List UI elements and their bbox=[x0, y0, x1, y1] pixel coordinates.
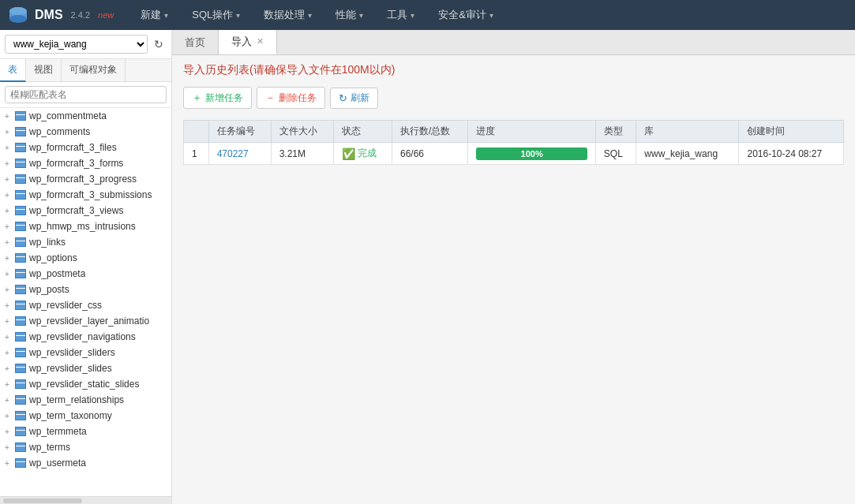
tree-expand-icon: + bbox=[5, 128, 14, 136]
nav-security-label: 安全&审计 bbox=[438, 8, 486, 22]
tab-import[interactable]: 导入 ✕ bbox=[219, 30, 277, 54]
tree-expand-icon: + bbox=[5, 159, 14, 168]
table-icon bbox=[14, 409, 27, 422]
refresh-label: 刷新 bbox=[351, 91, 369, 105]
nav-sql-label: SQL操作 bbox=[192, 8, 233, 22]
table-name: wp_formcraft_3_submissions bbox=[29, 189, 152, 200]
tree-item[interactable]: + wp_links bbox=[0, 234, 171, 250]
tree-item[interactable]: + wp_termmeta bbox=[0, 424, 171, 439]
tree-expand-icon: + bbox=[5, 301, 14, 310]
tree-item[interactable]: + wp_formcraft_3_views bbox=[0, 203, 171, 218]
cell-status: ✅ 完成 bbox=[333, 143, 392, 165]
tree-item[interactable]: + wp_formcraft_3_forms bbox=[0, 155, 171, 171]
table-name: wp_revslider_slides bbox=[29, 363, 112, 374]
table-icon bbox=[14, 141, 27, 154]
tree-expand-icon: + bbox=[5, 254, 14, 263]
cell-index: 1 bbox=[184, 143, 209, 165]
panel-title: 导入历史列表(请确保导入文件在100M以内) bbox=[183, 63, 844, 77]
tree-item[interactable]: + wp_hmwp_ms_intrusions bbox=[0, 218, 171, 234]
table-icon bbox=[14, 157, 27, 170]
tree-item[interactable]: + wp_revslider_css bbox=[0, 297, 171, 313]
nav-item-performance[interactable]: 性能 ▾ bbox=[324, 3, 374, 27]
nav-menu: 新建 ▾ SQL操作 ▾ 数据处理 ▾ 性能 ▾ 工具 ▾ 安全&审计 ▾ bbox=[129, 3, 847, 27]
table-icon bbox=[14, 330, 27, 343]
table-icon bbox=[14, 220, 27, 233]
table-icon bbox=[14, 299, 27, 312]
app-new-badge: new bbox=[98, 10, 114, 20]
tree-item[interactable]: + wp_revslider_static_slides bbox=[0, 376, 171, 392]
table-icon bbox=[14, 346, 27, 359]
table-body: 1 470227 3.21M ✅ 完成 66/66 100% SQL www_k… bbox=[184, 143, 844, 165]
tree-item[interactable]: + wp_term_taxonomy bbox=[0, 408, 171, 424]
sidebar-tab-views[interactable]: 视图 bbox=[26, 59, 62, 81]
delete-task-button[interactable]: － 删除任务 bbox=[257, 87, 325, 109]
tree-item[interactable]: + wp_term_relationships bbox=[0, 392, 171, 408]
tree-item[interactable]: + wp_usermeta bbox=[0, 455, 171, 471]
table-name: wp_termmeta bbox=[29, 426, 87, 437]
tree-expand-icon: + bbox=[5, 380, 14, 389]
add-task-button[interactable]: ＋ 新增任务 bbox=[183, 87, 252, 109]
tree-item[interactable]: + wp_terms bbox=[0, 439, 171, 455]
tree-item[interactable]: + wp_revslider_slides bbox=[0, 360, 171, 376]
tree-item[interactable]: + wp_formcraft_3_submissions bbox=[0, 187, 171, 203]
nav-item-security[interactable]: 安全&审计 ▾ bbox=[427, 3, 504, 27]
delete-task-label: 删除任务 bbox=[279, 91, 317, 105]
progress-bar-fill: 100% bbox=[476, 147, 587, 160]
tab-home[interactable]: 首页 bbox=[172, 30, 219, 54]
import-history-table: 任务编号 文件大小 状态 执行数/总数 进度 类型 库 创建时间 1 47022… bbox=[183, 120, 844, 165]
task-id-link[interactable]: 470227 bbox=[217, 148, 249, 159]
tree-expand-icon: + bbox=[5, 349, 14, 357]
tree-expand-icon: + bbox=[5, 222, 14, 231]
nav-performance-chevron: ▾ bbox=[359, 11, 363, 20]
sidebar-tabs: 表 视图 可编程对象 bbox=[0, 59, 171, 82]
nav-item-tools[interactable]: 工具 ▾ bbox=[376, 3, 426, 27]
tree-expand-icon: + bbox=[5, 459, 14, 468]
progress-bar-container: 100% bbox=[476, 147, 587, 160]
tree-expand-icon: + bbox=[5, 238, 14, 247]
db-select[interactable]: www_kejia_wang bbox=[5, 35, 148, 54]
refresh-button[interactable]: ↻ 刷新 bbox=[330, 88, 378, 109]
sidebar-h-scrollbar[interactable] bbox=[3, 498, 82, 503]
tree-item[interactable]: + wp_comments bbox=[0, 124, 171, 140]
tree-expand-icon: + bbox=[5, 412, 14, 420]
tree-item[interactable]: + wp_revslider_layer_animatio bbox=[0, 313, 171, 329]
col-time: 创建时间 bbox=[739, 121, 844, 143]
tree-item[interactable]: + wp_revslider_navigations bbox=[0, 329, 171, 345]
db-refresh-button[interactable]: ↻ bbox=[151, 36, 167, 52]
nav-item-sql[interactable]: SQL操作 ▾ bbox=[181, 3, 251, 27]
sidebar-tab-tables[interactable]: 表 bbox=[0, 59, 26, 82]
nav-item-dataprocess[interactable]: 数据处理 ▾ bbox=[253, 3, 323, 27]
table-name: wp_usermeta bbox=[29, 457, 86, 469]
nav-security-chevron: ▾ bbox=[489, 11, 493, 20]
col-type: 类型 bbox=[595, 121, 636, 143]
nav-dataprocess-chevron: ▾ bbox=[308, 11, 312, 20]
tree-list: + wp_commentmeta + wp_comments + wp_form… bbox=[0, 108, 171, 496]
tree-item[interactable]: + wp_formcraft_3_progress bbox=[0, 171, 171, 187]
tree-item[interactable]: + wp_postmeta bbox=[0, 266, 171, 282]
col-exec: 执行数/总数 bbox=[392, 121, 468, 143]
tab-import-close[interactable]: ✕ bbox=[257, 36, 264, 47]
svg-point-2 bbox=[9, 15, 27, 23]
nav-tools-label: 工具 bbox=[387, 8, 407, 22]
table-icon bbox=[14, 125, 27, 138]
table-name: wp_revslider_navigations bbox=[29, 331, 136, 342]
tree-item[interactable]: + wp_formcraft_3_files bbox=[0, 140, 171, 155]
table-name: wp_formcraft_3_views bbox=[29, 205, 123, 216]
tree-item[interactable]: + wp_revslider_sliders bbox=[0, 345, 171, 360]
tree-expand-icon: + bbox=[5, 427, 14, 436]
sidebar-tab-programmable[interactable]: 可编程对象 bbox=[62, 59, 126, 81]
tree-expand-icon: + bbox=[5, 191, 14, 200]
table-row[interactable]: 1 470227 3.21M ✅ 完成 66/66 100% SQL www_k… bbox=[184, 143, 844, 165]
tree-item[interactable]: + wp_posts bbox=[0, 282, 171, 297]
col-filesize: 文件大小 bbox=[271, 121, 333, 143]
tree-item[interactable]: + wp_commentmeta bbox=[0, 108, 171, 124]
tree-expand-icon: + bbox=[5, 207, 14, 215]
tree-item[interactable]: + wp_options bbox=[0, 250, 171, 266]
table-icon bbox=[14, 283, 27, 296]
nav-sql-chevron: ▾ bbox=[236, 11, 240, 20]
table-icon bbox=[14, 394, 27, 406]
table-name: wp_term_relationships bbox=[29, 394, 124, 405]
nav-item-new[interactable]: 新建 ▾ bbox=[129, 3, 179, 27]
col-taskid: 任务编号 bbox=[208, 121, 271, 143]
sidebar-search-input[interactable] bbox=[5, 86, 167, 103]
